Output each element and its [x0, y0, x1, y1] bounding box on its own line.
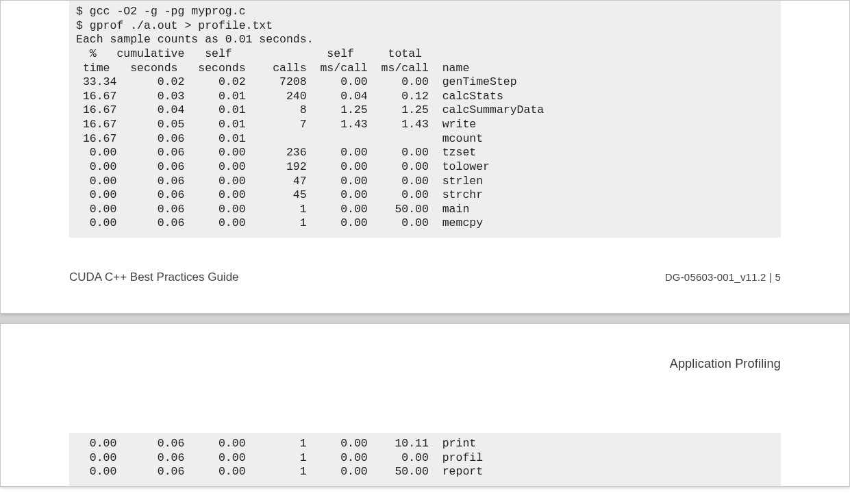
gprof-output-block-cont: 0.00 0.06 0.00 1 0.00 10.11 print 0.00 0… — [69, 433, 781, 486]
footer-docnum: DG-05603-001_v11.2 | 5 — [665, 271, 781, 283]
page-header-title: Application Profiling — [69, 357, 781, 371]
gprof-output-block: $ gcc -O2 -g -pg myprog.c $ gprof ./a.ou… — [69, 1, 781, 238]
page-footer: CUDA C++ Best Practices Guide DG-05603-0… — [69, 270, 781, 284]
pdf-page-2: Application Profiling 0.00 0.06 0.00 1 0… — [0, 323, 850, 487]
pdf-page-1: $ gcc -O2 -g -pg myprog.c $ gprof ./a.ou… — [0, 0, 850, 314]
footer-title: CUDA C++ Best Practices Guide — [69, 270, 239, 284]
